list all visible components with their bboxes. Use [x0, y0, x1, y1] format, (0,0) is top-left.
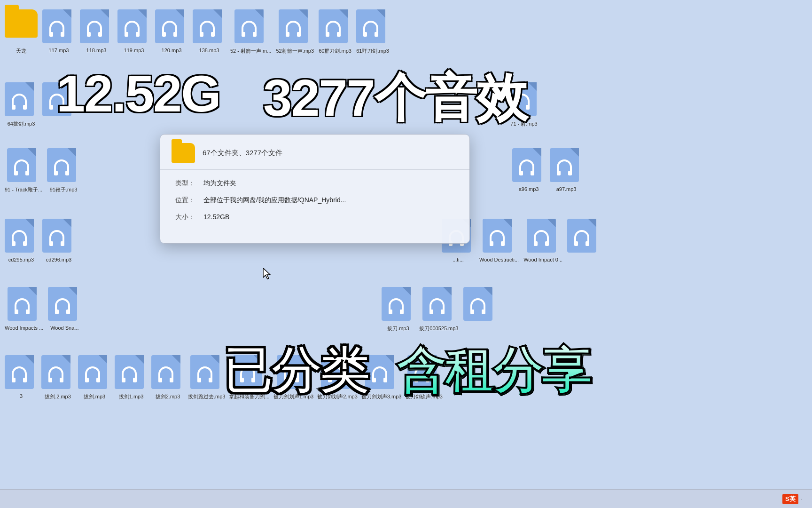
audio-91[interactable]: 91鞭子.mp3: [47, 143, 80, 193]
file-label: 拔刀000525.mp3: [419, 325, 458, 332]
dialog-label-type: 类型：: [175, 179, 203, 188]
svg-marker-0: [263, 268, 270, 279]
audio-cd296[interactable]: cd296.mp3: [42, 214, 75, 262]
audio-91track[interactable]: 91 - Track鞭子...: [5, 143, 42, 193]
dialog-label-size: 大小：: [175, 213, 203, 222]
file-label: cd296.mp3: [46, 257, 71, 262]
overlay-share: 含租分享: [396, 338, 590, 405]
dialog-label-location: 位置：: [175, 196, 203, 205]
dialog-row-size: 大小： 12.52GB: [175, 213, 454, 222]
overlay-bottom: 已分类 含租分享: [0, 338, 812, 405]
audio-138[interactable]: 138.mp3: [193, 5, 226, 55]
taskbar: S英 ·: [0, 489, 812, 508]
folder-tianlong[interactable]: 天龙: [5, 5, 38, 55]
file-label: 118.mp3: [86, 48, 107, 53]
audio-60[interactable]: 60群刀剑.mp3: [319, 5, 351, 55]
file-label: Wood Impacts ...: [5, 325, 43, 331]
file-label: 120.mp3: [162, 48, 182, 53]
dialog-value-location: 全部位于我的网盘/我的应用数据/QNAP_Hybrid...: [203, 196, 346, 205]
dialog-folder-icon: [172, 143, 195, 163]
audio-extra[interactable]: [567, 214, 600, 262]
audio-badao[interactable]: 拔刀.mp3: [382, 282, 414, 332]
file-label: 52射箭一声.mp3: [276, 48, 314, 55]
audio-cd295[interactable]: cd295.mp3: [5, 214, 38, 262]
audio-117[interactable]: 117.mp3: [42, 5, 75, 55]
file-label: a97.mp3: [556, 186, 577, 192]
file-label: 138.mp3: [199, 48, 219, 53]
audio-wooddestr[interactable]: Wood Destructi...: [479, 214, 519, 262]
overlay-size-text: 12.52G: [56, 64, 220, 123]
audio-badao000525[interactable]: 拔刀000525.mp3: [419, 282, 458, 332]
properties-dialog: 67个文件夹、3277个文件 类型： 均为文件夹 位置： 全部位于我的网盘/我的…: [160, 134, 470, 244]
file-label: Wood Sna...: [50, 325, 78, 331]
file-label: a96.mp3: [519, 186, 539, 192]
file-label: 117.mp3: [49, 48, 69, 53]
file-label: 61群刀剑.mp3: [356, 48, 389, 55]
audio-woodsna[interactable]: Wood Sna...: [48, 282, 81, 332]
dialog-body: 类型： 均为文件夹 位置： 全部位于我的网盘/我的应用数据/QNAP_Hybri…: [160, 170, 469, 243]
file-label: Wood Impact 0...: [523, 257, 562, 262]
audio-a97[interactable]: a97.mp3: [550, 143, 583, 193]
file-label: 52 - 射箭一声.m...: [230, 48, 271, 55]
audio-120[interactable]: 120.mp3: [155, 5, 188, 55]
file-label: 60群刀剑.mp3: [319, 48, 351, 55]
audio-woodimpact0[interactable]: Wood Impact 0...: [523, 214, 562, 262]
icon-row-1: 天龙 117.mp3 118.mp3 119.mp3 120.mp3 138.m…: [5, 5, 389, 55]
audio-118[interactable]: 118.mp3: [80, 5, 113, 55]
taskbar-dot: ·: [801, 496, 803, 502]
audio-extra2[interactable]: [463, 282, 496, 332]
audio-64[interactable]: 64拔剑.mp3: [5, 78, 38, 127]
desktop: 天龙 117.mp3 118.mp3 119.mp3 120.mp3 138.m…: [0, 0, 812, 508]
dialog-row-location: 位置： 全部位于我的网盘/我的应用数据/QNAP_Hybrid...: [175, 196, 454, 205]
audio-a96[interactable]: a96.mp3: [512, 143, 545, 193]
overlay-classified: 已分类: [223, 338, 368, 405]
dialog-value-size: 12.52GB: [203, 213, 229, 221]
icon-row-5: Wood Impacts ... Wood Sna... 拔刀.mp3 拔刀00…: [5, 282, 496, 332]
file-label: 91鞭子.mp3: [50, 186, 78, 193]
ime-button[interactable]: S英: [782, 494, 798, 504]
file-label: 91 - Track鞭子...: [5, 186, 42, 193]
file-label: ...ti...: [453, 257, 464, 262]
file-label: Wood Destructi...: [479, 257, 519, 262]
audio-119[interactable]: 119.mp3: [117, 5, 150, 55]
dialog-row-type: 类型： 均为文件夹: [175, 179, 454, 188]
file-label: cd295.mp3: [8, 257, 34, 262]
audio-52a[interactable]: 52 - 射箭一声.m...: [230, 5, 271, 55]
dialog-value-type: 均为文件夹: [203, 179, 236, 188]
folder-label: 天龙: [16, 48, 26, 55]
file-label: 64拔剑.mp3: [8, 120, 35, 127]
audio-52b[interactable]: 52射箭一声.mp3: [276, 5, 314, 55]
dialog-title: 67个文件夹、3277个文件: [203, 149, 282, 158]
audio-61[interactable]: 61群刀剑.mp3: [356, 5, 389, 55]
file-label: 拔刀.mp3: [387, 325, 409, 332]
mouse-cursor: [263, 268, 273, 279]
audio-woodimpacts[interactable]: Wood Impacts ...: [5, 282, 43, 332]
file-label: 119.mp3: [124, 48, 144, 53]
dialog-header: 67个文件夹、3277个文件: [160, 135, 469, 170]
overlay-count-text: 3277个音效: [263, 64, 527, 134]
